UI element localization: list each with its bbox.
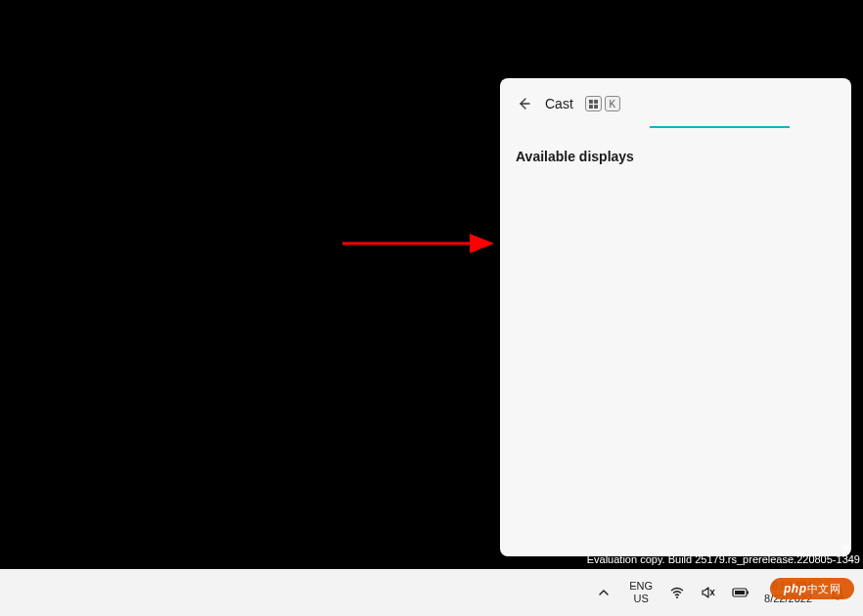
watermark-build-string: Evaluation copy. Build 25179.rs_prerelea… [587,553,860,565]
language-indicator[interactable]: ENG US [623,576,659,609]
volume-muted-icon[interactable] [696,579,721,606]
php-cn-watermark-badge: php 中文网 [770,578,854,599]
tray-overflow-chevron-icon[interactable] [590,581,617,604]
badge-rest: 中文网 [807,582,841,596]
cast-flyout-panel: Cast K Available displays [500,78,851,556]
desktop-background: Cast K Available displays w Evaluation c… [0,0,863,569]
svg-rect-3 [589,105,593,109]
language-line2: US [634,593,649,605]
searching-progress-indicator [650,126,790,128]
badge-bold: php [784,582,807,595]
battery-icon[interactable] [727,581,754,604]
shortcut-key-k: K [605,96,620,111]
taskbar: ENG US 8:53 PM [0,569,863,616]
svg-point-7 [676,596,678,598]
wifi-icon[interactable] [664,579,690,606]
svg-rect-12 [735,591,745,594]
windows-key-icon [585,96,602,111]
cast-shortcut-hint: K [585,96,620,111]
svg-rect-4 [594,105,598,109]
svg-marker-6 [470,234,494,253]
available-displays-heading: Available displays [516,149,836,164]
back-arrow-icon[interactable] [516,95,533,112]
cast-header: Cast K [516,90,836,117]
svg-rect-11 [748,592,749,594]
cast-title: Cast [545,96,573,111]
svg-rect-2 [594,100,598,104]
language-line1: ENG [629,580,653,593]
annotation-arrow-icon [342,232,494,255]
svg-rect-1 [589,100,593,104]
watermark-truncated: w [841,540,849,551]
